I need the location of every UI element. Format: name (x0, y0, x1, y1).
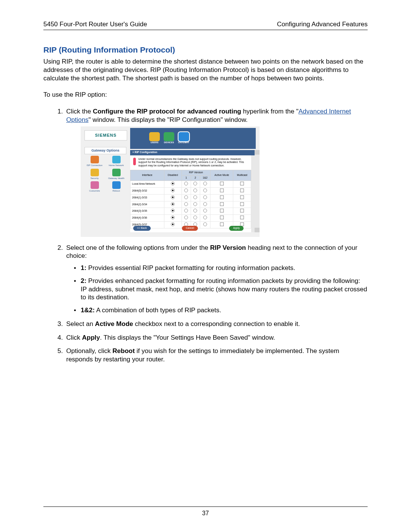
intro-text: Using RIP, the router is able to determi… (43, 58, 368, 82)
step-5: Optionally, click Reboot if you wish for… (65, 347, 368, 364)
multicast-checkbox[interactable] (240, 209, 244, 212)
rip-table: Interface Disabled RIP Version Active Mo… (130, 170, 251, 229)
multicast-checkbox[interactable] (240, 182, 244, 185)
sidebar-item[interactable]: Customize (84, 181, 105, 193)
topnav-item[interactable]: DEVICES (164, 132, 174, 144)
table-row: 2684(2) 0/34 (131, 201, 251, 208)
radio-v1[interactable] (184, 182, 188, 185)
sidebar-item[interactable]: Gateway Health (106, 169, 126, 180)
sidebar-item[interactable]: Reboot (106, 181, 126, 193)
topnav-item[interactable]: GATEWAY (178, 132, 189, 144)
scrollbar[interactable] (255, 150, 260, 232)
step-4: Click Apply. This displays the "Your Set… (65, 334, 368, 342)
apply-button[interactable]: Apply (229, 226, 244, 231)
active-checkbox[interactable] (220, 202, 224, 206)
divider (43, 30, 368, 30)
multicast-checkbox[interactable] (240, 195, 244, 199)
radio-v12[interactable] (203, 209, 207, 212)
multicast-checkbox[interactable] (240, 216, 244, 219)
table-row: Local Area Network (131, 181, 251, 187)
radio-v12[interactable] (203, 182, 207, 185)
table-row: 2684(3) 0/35 (131, 208, 251, 215)
radio-v1[interactable] (184, 189, 188, 192)
sidebar-title: Gateway Options (84, 147, 126, 155)
info-icon (133, 158, 136, 165)
back-button[interactable]: << Back (133, 226, 151, 231)
radio-v2[interactable] (193, 209, 197, 212)
step-2: Select one of the following options from… (65, 244, 368, 315)
radio-v12[interactable] (203, 189, 207, 192)
radio-disabled[interactable] (171, 195, 175, 199)
radio-v2[interactable] (193, 202, 197, 206)
sidebar-item[interactable]: Security (84, 169, 105, 180)
radio-v2[interactable] (193, 182, 197, 185)
page-title: RIP (Routing Information Protocol) (43, 45, 368, 54)
radio-v12[interactable] (203, 216, 207, 219)
active-checkbox[interactable] (220, 189, 224, 192)
radio-v2[interactable] (193, 189, 197, 192)
topnav-item[interactable]: USERS (149, 132, 160, 144)
config-description: Under normal circumstances the Gateway d… (138, 158, 248, 168)
sidebar-item[interactable]: Home Network (106, 156, 126, 167)
radio-v1[interactable] (184, 202, 188, 206)
cancel-button[interactable]: Cancel (182, 226, 198, 231)
radio-v12[interactable] (203, 195, 207, 199)
step-3: Select an Active Mode checkbox next to a… (65, 320, 368, 328)
rip-config-screenshot: SIEMENS Gateway Options ISP ConnectionHo… (81, 126, 260, 237)
radio-disabled[interactable] (171, 189, 175, 192)
radio-disabled[interactable] (171, 216, 175, 219)
step-1: Click the Configure the RIP protocol for… (65, 107, 368, 237)
active-checkbox[interactable] (220, 209, 224, 212)
header-right: Configuring Advanced Features (277, 21, 368, 28)
multicast-checkbox[interactable] (240, 189, 244, 192)
header-left: 5450 Four-Port Router User's Guide (43, 21, 147, 28)
radio-v12[interactable] (203, 202, 207, 206)
radio-v2[interactable] (193, 195, 197, 199)
radio-v1[interactable] (184, 209, 188, 212)
radio-v1[interactable] (184, 195, 188, 199)
multicast-checkbox[interactable] (240, 202, 244, 206)
footer-divider (43, 506, 368, 507)
table-row: 2684(0) 0/32 (131, 187, 251, 194)
page-number: 37 (43, 510, 368, 517)
radio-disabled[interactable] (171, 209, 175, 212)
active-checkbox[interactable] (220, 195, 224, 199)
radio-disabled[interactable] (171, 182, 175, 185)
table-row: 2684(1) 0/33 (131, 194, 251, 201)
active-checkbox[interactable] (220, 182, 224, 185)
radio-v1[interactable] (184, 216, 188, 219)
sidebar-item[interactable]: ISP Connection (84, 156, 105, 167)
lead-text: To use the RIP option: (43, 91, 368, 99)
radio-disabled[interactable] (171, 202, 175, 206)
section-band: » RIP Configuration (130, 150, 256, 155)
siemens-logo: SIEMENS (84, 130, 127, 141)
active-checkbox[interactable] (220, 216, 224, 219)
radio-v2[interactable] (193, 216, 197, 219)
table-row: 2684(4) 0/36 (131, 215, 251, 222)
